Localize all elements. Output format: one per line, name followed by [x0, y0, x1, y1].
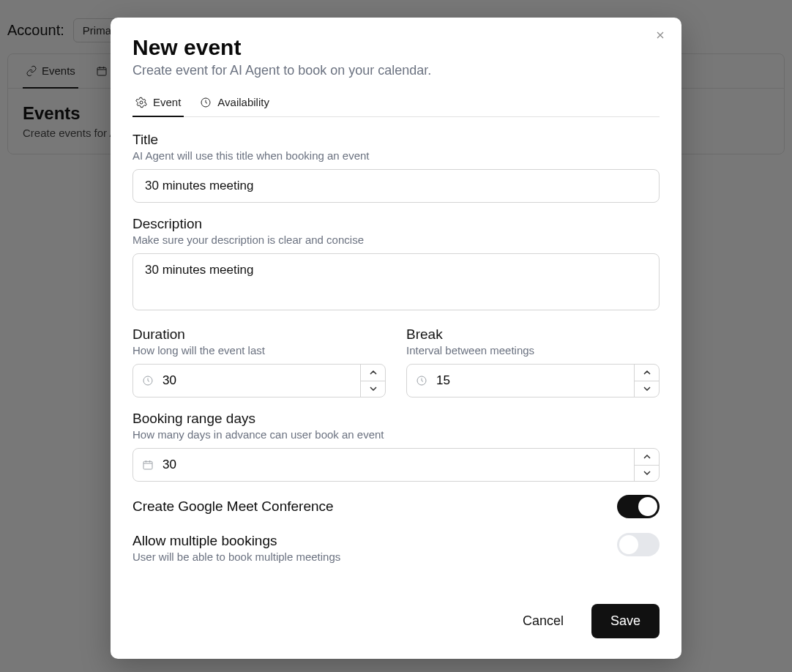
range-hint: How many days in advance can user book a…	[132, 428, 660, 441]
range-down[interactable]	[635, 466, 659, 482]
multiple-label: Allow multiple bookings	[132, 533, 340, 549]
save-button[interactable]: Save	[591, 604, 660, 638]
title-label: Title	[132, 132, 660, 148]
break-hint: Interval between meetings	[406, 344, 660, 356]
gear-icon	[135, 97, 147, 108]
clock-icon	[200, 97, 212, 108]
field-range: Booking range days How many days in adva…	[132, 411, 660, 482]
description-hint: Make sure your description is clear and …	[132, 234, 660, 246]
toggle-knob	[619, 535, 638, 554]
description-label: Description	[132, 216, 660, 232]
svg-rect-5	[143, 461, 152, 469]
description-input[interactable]	[132, 253, 660, 310]
break-label: Break	[406, 326, 660, 343]
svg-point-1	[140, 101, 143, 104]
modal-tabs: Event Availability	[132, 89, 660, 117]
close-icon[interactable]	[652, 29, 668, 45]
multiple-toggle[interactable]	[617, 533, 660, 556]
duration-stepper	[132, 364, 386, 397]
range-up[interactable]	[635, 449, 659, 466]
tab-event-label: Event	[153, 96, 181, 108]
cancel-button[interactable]: Cancel	[512, 606, 574, 636]
duration-down[interactable]	[361, 381, 385, 397]
duration-hint: How long will the event last	[132, 344, 386, 356]
clock-icon	[133, 365, 162, 397]
range-stepper	[132, 448, 660, 482]
gmeet-label: Create Google Meet Conference	[132, 499, 334, 515]
duration-input[interactable]	[162, 365, 360, 397]
title-input[interactable]	[132, 169, 660, 203]
gmeet-row: Create Google Meet Conference	[132, 495, 660, 518]
break-stepper	[406, 364, 660, 397]
tab-availability[interactable]: Availability	[197, 89, 272, 117]
multiple-row: Allow multiple bookings User will be abl…	[132, 533, 660, 563]
modal-overlay: New event Create event for AI Agent to b…	[0, 0, 792, 672]
duration-up[interactable]	[361, 365, 385, 381]
gmeet-toggle[interactable]	[617, 495, 660, 518]
modal-footer: Cancel Save	[132, 604, 660, 638]
duration-label: Duration	[132, 326, 386, 343]
toggle-knob	[638, 497, 657, 516]
field-duration: Duration How long will the event last	[132, 326, 386, 397]
range-label: Booking range days	[132, 411, 660, 427]
title-hint: AI Agent will use this title when bookin…	[132, 149, 660, 162]
clock-icon	[407, 365, 436, 397]
modal-title: New event	[132, 35, 660, 60]
multiple-hint: User will be able to book multiple meeti…	[132, 550, 340, 563]
field-description: Description Make sure your description i…	[132, 216, 660, 313]
field-break: Break Interval between meetings	[406, 326, 660, 397]
range-input[interactable]	[162, 449, 634, 481]
field-title: Title AI Agent will use this title when …	[132, 132, 660, 203]
calendar-icon	[133, 449, 162, 481]
modal-subtitle: Create event for AI Agent to book on you…	[132, 63, 660, 78]
tab-event[interactable]: Event	[132, 89, 184, 117]
break-down[interactable]	[635, 381, 659, 397]
break-input[interactable]	[436, 365, 634, 397]
break-up[interactable]	[635, 365, 659, 381]
tab-availability-label: Availability	[217, 96, 269, 108]
new-event-modal: New event Create event for AI Agent to b…	[111, 18, 681, 659]
